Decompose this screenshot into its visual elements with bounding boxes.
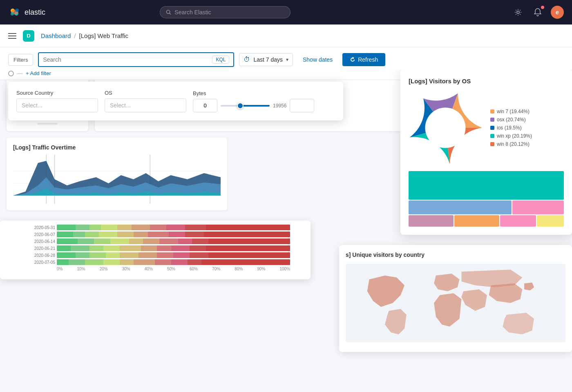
notification-badge [541, 6, 544, 9]
traffic-overtime-card: [Logs] Traffic Overtime [7, 138, 227, 210]
x-label-90: 90% [257, 267, 265, 271]
treemap-cell-mauve [409, 215, 454, 227]
traffic-chart-svg [13, 155, 221, 204]
clock-icon: ⏱ [244, 56, 250, 63]
source-country-select[interactable]: Select... [16, 98, 98, 112]
add-filter-label: + Add filter [26, 70, 51, 76]
global-search-bar[interactable] [160, 6, 290, 18]
show-dates-button[interactable]: Show dates [298, 54, 337, 65]
menu-toggle[interactable] [8, 33, 16, 39]
os-label: OS [105, 90, 186, 96]
legend-win8-color [490, 142, 494, 146]
date-label-5: 2020-07-05 [29, 260, 55, 265]
search-input[interactable] [174, 9, 284, 16]
svg-line-7 [170, 13, 171, 14]
main-content-area: 808 Average bytes in 5,584.5 41.667% [Lo… [0, 69, 572, 392]
legend-win8: win 8 (20.12%) [490, 141, 532, 147]
x-label-20: 20% [100, 267, 108, 271]
legend-osx: osx (20.74%) [490, 117, 532, 122]
breadcrumb: Dashboard / [Logs] Web Traffic [41, 32, 128, 39]
x-label-0: 0% [57, 267, 63, 271]
legend-win7-color [490, 109, 494, 114]
world-map-title: s] Unique visitors by country [346, 252, 565, 258]
slider-max-input[interactable] [290, 99, 314, 112]
elastic-logo-icon [8, 6, 21, 19]
filter-dash: — [17, 70, 22, 76]
legend-win7: win 7 (19.44%) [490, 109, 532, 114]
mini-treemap [409, 171, 564, 227]
world-map-card: s] Unique visitors by country [339, 245, 572, 352]
treemap-cell-blue [409, 200, 512, 214]
legend-ios-color [490, 126, 494, 130]
filter-fields: Source Country Select... OS Select... By… [16, 90, 335, 112]
source-country-label: Source Country [16, 90, 98, 96]
notifications-button[interactable] [531, 6, 544, 19]
treemap-row-3 [409, 215, 564, 227]
donut-chart-container: win 7 (19.44%) osx (20.74%) ios (19.5%) … [409, 91, 564, 165]
legend-win8-label: win 8 (20.12%) [497, 141, 530, 147]
breadcrumb-separator: / [74, 32, 76, 39]
visitors-os-title: [Logs] Visitors by OS [409, 78, 564, 85]
svg-point-6 [167, 10, 170, 13]
legend-osx-label: osx (20.74%) [497, 117, 526, 122]
bar-row-5: 2020-07-05 [29, 259, 290, 265]
slider-min-input[interactable] [193, 99, 217, 112]
bell-icon [534, 8, 541, 16]
legend-ios: ios (19.5%) [490, 125, 532, 131]
bar-segments-3 [57, 245, 290, 251]
filter-search-box[interactable]: KQL [38, 52, 234, 67]
nav-icons: e [512, 6, 564, 19]
kql-badge[interactable]: KQL [212, 56, 229, 64]
filter-search-input[interactable] [43, 56, 209, 63]
refresh-icon [350, 57, 355, 62]
refresh-label: Refresh [358, 56, 378, 63]
donut-legend: win 7 (19.44%) osx (20.74%) ios (19.5%) … [490, 109, 532, 147]
user-avatar[interactable]: e [551, 6, 564, 19]
settings-button[interactable] [512, 6, 525, 19]
search-icon [166, 9, 171, 15]
dashboard-icon: D [23, 30, 34, 42]
x-label-80: 80% [235, 267, 243, 271]
slider-fill [240, 105, 270, 107]
x-label-40: 40% [145, 267, 153, 271]
sub-navigation: D Dashboard / [Logs] Web Traffic [0, 24, 572, 47]
svg-point-5 [11, 12, 14, 16]
breadcrumb-dashboard-link[interactable]: Dashboard [41, 32, 71, 39]
time-picker[interactable]: ⏱ Last 7 days ▾ [239, 53, 293, 66]
treemap-cell-pink2 [500, 215, 536, 227]
stacked-chart-content: 2020-05-31 2020-06-07 [0, 220, 311, 279]
visitors-os-card: [Logs] Visitors by OS [400, 69, 572, 235]
x-label-60: 60% [190, 267, 198, 271]
donut-chart [409, 91, 482, 165]
stacked-bar-card: 2020-05-31 2020-06-07 [0, 220, 311, 279]
legend-osx-color [490, 118, 494, 122]
x-label-100: 100% [279, 267, 290, 271]
time-range-label: Last 7 days [253, 56, 283, 63]
bar-row-3: 2020-06-21 [29, 245, 290, 251]
os-select[interactable]: Select... [105, 98, 186, 112]
x-label-10: 10% [77, 267, 85, 271]
treemap-cell-yellow [537, 215, 564, 227]
slider-thumb[interactable] [237, 102, 244, 109]
traffic-chart [13, 155, 221, 204]
bar-segments-5 [57, 259, 290, 265]
bytes-group: Bytes 19956 [193, 90, 314, 112]
filter-row: Filters KQL ⏱ Last 7 days ▾ Show dates R… [8, 52, 564, 67]
date-label-3: 2020-06-21 [29, 246, 55, 251]
breadcrumb-current-page: [Logs] Web Traffic [79, 32, 128, 39]
legend-winxp: win xp (20.19%) [490, 133, 532, 139]
bar-segments-2 [57, 238, 290, 244]
elastic-logo[interactable]: elastic [8, 6, 45, 19]
refresh-button[interactable]: Refresh [342, 53, 385, 66]
slider-track[interactable] [221, 105, 270, 107]
date-label-1: 2020-06-07 [29, 232, 55, 237]
legend-win7-label: win 7 (19.44%) [497, 109, 530, 114]
world-map-svg [346, 262, 565, 344]
elastic-logo-text: elastic [25, 8, 45, 17]
source-country-group: Source Country Select... [16, 90, 98, 112]
filters-button[interactable]: Filters [8, 54, 33, 66]
x-label-50: 50% [167, 267, 175, 271]
slider-row: 19956 [193, 99, 314, 112]
source-country-placeholder: Select... [22, 102, 42, 109]
date-label-4: 2020-06-28 [29, 253, 55, 258]
